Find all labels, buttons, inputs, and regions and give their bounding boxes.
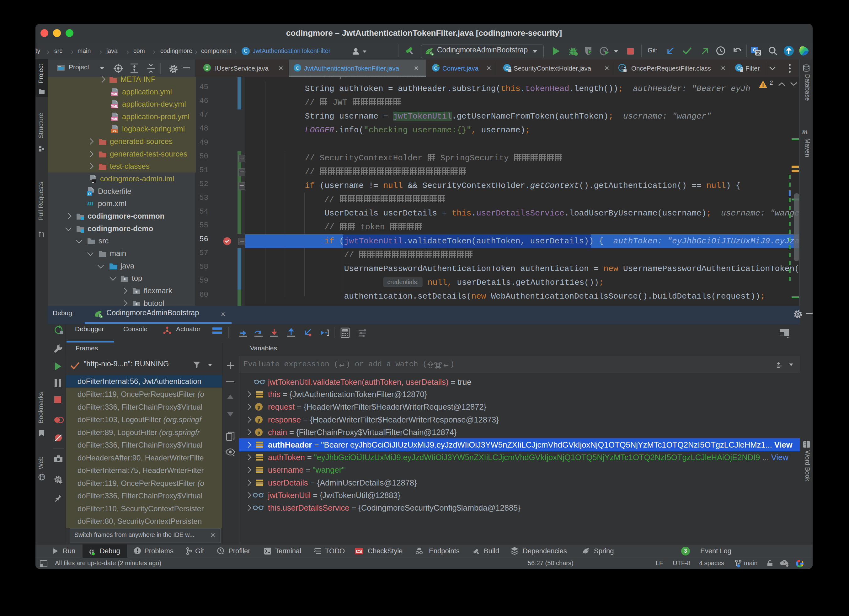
svg-text:<>: <> xyxy=(112,129,117,133)
svg-text:p: p xyxy=(258,404,261,410)
svg-text:CS: CS xyxy=(356,549,362,554)
svg-text:p: p xyxy=(258,417,261,423)
svg-text:?: ? xyxy=(783,561,785,565)
svg-text:C: C xyxy=(621,65,624,71)
svg-text:D: D xyxy=(88,192,91,196)
svg-text:YML: YML xyxy=(111,92,118,96)
svg-text:C: C xyxy=(737,65,740,71)
svg-text:C: C xyxy=(296,65,299,71)
svg-text:YML: YML xyxy=(111,104,118,108)
svg-text:I: I xyxy=(206,65,209,71)
svg-text:YML: YML xyxy=(111,117,118,121)
svg-text:C: C xyxy=(505,65,509,71)
svg-text:p: p xyxy=(258,430,261,435)
